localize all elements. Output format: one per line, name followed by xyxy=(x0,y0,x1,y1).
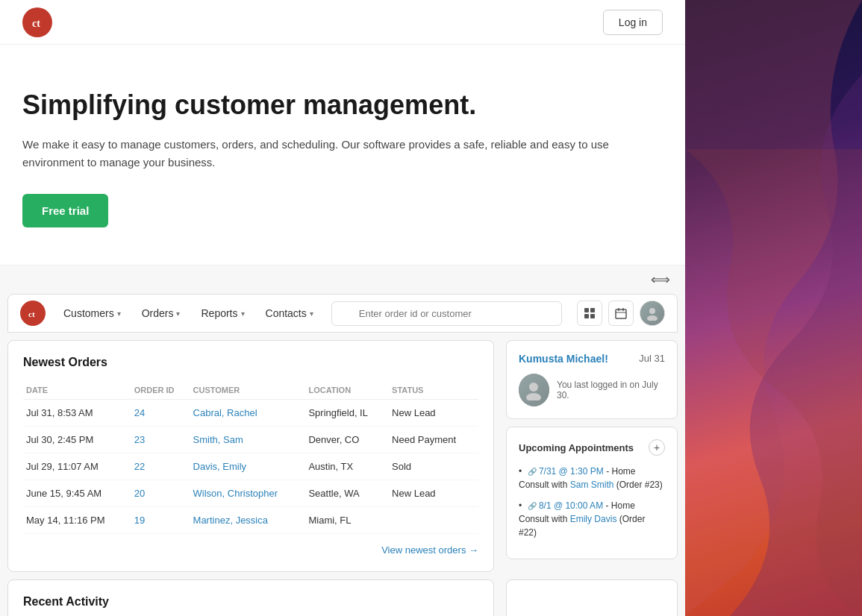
table-row: June 15, 9:45 AM 20 Wilson, Christopher … xyxy=(23,480,478,507)
order-date: Jul 29, 11:07 AM xyxy=(23,453,131,480)
appointment-time-link[interactable]: 8/1 @ 10:00 AM xyxy=(539,500,603,511)
toolbar-icons xyxy=(577,301,665,326)
col-location: LOCATION xyxy=(305,381,389,400)
col-order-id: ORDER ID xyxy=(131,381,190,400)
calendar-button[interactable] xyxy=(608,301,634,326)
nav-orders-label: Orders xyxy=(142,307,174,319)
appointments-list: • 🔗 7/31 @ 1:30 PM - Home Consult with S… xyxy=(519,465,665,539)
hero-headline: Simplifying customer management. xyxy=(22,89,663,121)
appointment-person-link[interactable]: Emily Davis xyxy=(570,514,617,524)
order-location: Springfield, IL xyxy=(305,400,389,427)
greeting-card: Kumusta Michael! Jul 31 Yo xyxy=(506,340,678,419)
grid-view-button[interactable] xyxy=(577,301,602,326)
order-id-link[interactable]: 22 xyxy=(134,461,145,472)
login-info: You last logged in on July 30. xyxy=(557,380,665,400)
logo-area: ct xyxy=(22,7,52,37)
orders-table: DATE ORDER ID CUSTOMER LOCATION STATUS J… xyxy=(23,381,478,534)
greeting-name: Kumusta Michael! xyxy=(519,353,608,365)
order-date: Jul 31, 8:53 AM xyxy=(23,400,131,427)
order-customer: Davis, Emily xyxy=(190,453,306,480)
table-row: Jul 31, 8:53 AM 24 Cabral, Rachel Spring… xyxy=(23,400,478,427)
nav-reports-label: Reports xyxy=(201,307,237,319)
order-status: Need Payment xyxy=(389,427,478,453)
appt-bullet: • xyxy=(519,466,522,477)
svg-rect-6 xyxy=(584,314,589,318)
svg-point-13 xyxy=(647,315,658,321)
order-date: June 15, 9:45 AM xyxy=(23,480,131,507)
view-more: View newest orders → xyxy=(23,543,478,556)
svg-rect-5 xyxy=(590,308,595,312)
order-id-link[interactable]: 20 xyxy=(134,488,145,499)
customer-link[interactable]: Smith, Sam xyxy=(193,434,243,445)
logo-icon: ct xyxy=(22,7,52,37)
table-row: Jul 30, 2:45 PM 23 Smith, Sam Denver, CO… xyxy=(23,427,478,453)
order-id-link[interactable]: 23 xyxy=(134,434,145,445)
search-input[interactable] xyxy=(331,301,562,326)
col-customer: CUSTOMER xyxy=(190,381,306,400)
appointments-card: Upcoming Appointments + • 🔗 7/31 @ 1:30 … xyxy=(506,427,678,559)
resize-icon[interactable]: ⟺ xyxy=(651,271,670,288)
login-button[interactable]: Log in xyxy=(603,10,663,35)
deco-panel xyxy=(685,0,862,616)
order-id-link[interactable]: 24 xyxy=(134,407,145,418)
svg-point-12 xyxy=(649,308,655,314)
appt-title: Upcoming Appointments xyxy=(519,442,634,453)
order-customer: Martinez, Jessica xyxy=(190,507,306,534)
greeting-header: Kumusta Michael! Jul 31 xyxy=(519,353,665,365)
appt-header: Upcoming Appointments + xyxy=(519,439,665,456)
bottom-content: Recent Activity xyxy=(0,579,685,616)
hero-description: We make it easy to manage customers, ord… xyxy=(22,136,663,172)
greeting-user: You last logged in on July 30. xyxy=(519,374,665,406)
svg-rect-4 xyxy=(584,308,589,312)
appt-bullet: • xyxy=(519,500,522,511)
customer-link[interactable]: Martinez, Jessica xyxy=(193,515,268,526)
hero-section: Simplifying customer management. We make… xyxy=(0,45,685,265)
svg-rect-8 xyxy=(616,309,626,318)
free-trial-button[interactable]: Free trial xyxy=(22,194,108,227)
order-id-cell: 19 xyxy=(131,507,190,534)
order-status: New Lead xyxy=(389,400,478,427)
appointment-person-link[interactable]: Sam Smith xyxy=(570,480,614,490)
nav-customers[interactable]: Customers ▾ xyxy=(54,301,130,325)
col-status: STATUS xyxy=(389,381,478,400)
order-location: Miami, FL xyxy=(305,507,389,534)
recent-activity-title: Recent Activity xyxy=(23,595,478,609)
external-link-icon: 🔗 xyxy=(528,468,537,476)
order-date: Jul 30, 2:45 PM xyxy=(23,427,131,453)
customer-link[interactable]: Cabral, Rachel xyxy=(193,407,257,418)
add-appointment-button[interactable]: + xyxy=(649,439,665,456)
order-customer: Cabral, Rachel xyxy=(190,400,306,427)
order-id-cell: 20 xyxy=(131,480,190,507)
appointment-time-link[interactable]: 7/31 @ 1:30 PM xyxy=(539,466,604,477)
order-location: Seattle, WA xyxy=(305,480,389,507)
nav-contacts[interactable]: Contacts ▾ xyxy=(257,301,322,325)
order-id-cell: 24 xyxy=(131,400,190,427)
order-status xyxy=(389,507,478,534)
appointment-item: • 🔗 7/31 @ 1:30 PM - Home Consult with S… xyxy=(519,465,665,491)
customer-link[interactable]: Wilson, Christopher xyxy=(193,488,278,499)
table-row: May 14, 11:16 PM 19 Martinez, Jessica Mi… xyxy=(23,507,478,534)
view-newest-orders-link[interactable]: View newest orders → xyxy=(381,544,478,556)
orders-chevron-icon: ▾ xyxy=(176,309,180,318)
nav-orders[interactable]: Orders ▾ xyxy=(133,301,190,325)
order-location: Austin, TX xyxy=(305,453,389,480)
order-status: New Lead xyxy=(389,480,478,507)
nav-customers-label: Customers xyxy=(63,307,114,319)
reports-chevron-icon: ▾ xyxy=(241,309,245,318)
app-logo: ct xyxy=(20,301,46,326)
svg-rect-7 xyxy=(590,314,595,318)
order-id-link[interactable]: 19 xyxy=(134,515,145,526)
search-area: 🔍 xyxy=(331,301,562,326)
side-panel: Kumusta Michael! Jul 31 Yo xyxy=(506,340,678,572)
user-avatar-button[interactable] xyxy=(640,301,665,326)
nav-reports[interactable]: Reports ▾ xyxy=(192,301,253,325)
customer-link[interactable]: Davis, Emily xyxy=(193,461,247,472)
svg-text:ct: ct xyxy=(32,18,40,29)
col-date: DATE xyxy=(23,381,131,400)
order-id-cell: 22 xyxy=(131,453,190,480)
orders-title: Newest Orders xyxy=(23,356,478,369)
app-bar: ct Customers ▾ Orders ▾ Reports ▾ Contac… xyxy=(7,294,678,333)
content-area: Newest Orders DATE ORDER ID CUSTOMER LOC… xyxy=(0,333,685,579)
svg-text:ct: ct xyxy=(28,309,35,318)
side-bottom-panel xyxy=(506,579,678,616)
